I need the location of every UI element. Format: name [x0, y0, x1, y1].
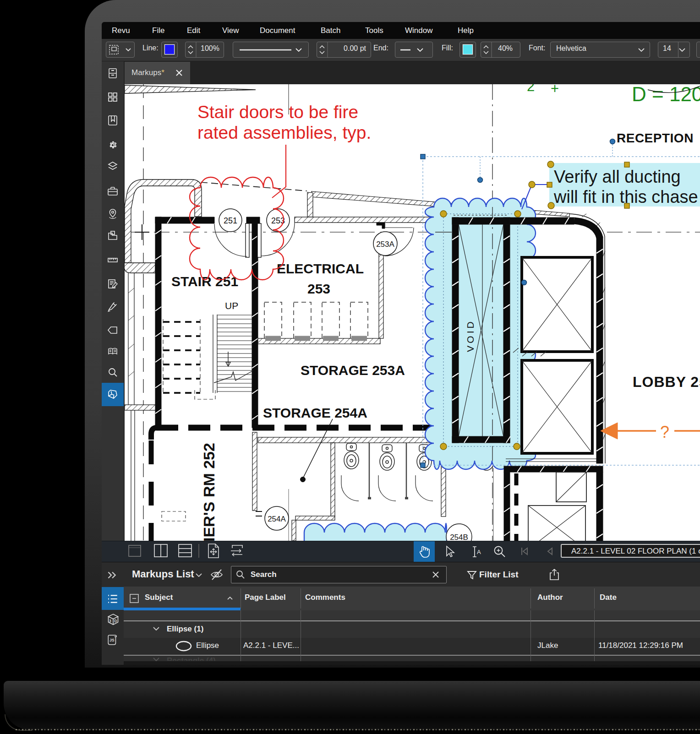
- svg-text:Verify all ducting: Verify all ducting: [554, 167, 681, 186]
- svg-text:A: A: [477, 549, 481, 555]
- svg-text:254A: 254A: [268, 515, 286, 523]
- svg-text:ELECTRICAL: ELECTRICAL: [277, 261, 364, 276]
- svg-text:rated assemblies, typ.: rated assemblies, typ.: [197, 123, 371, 142]
- svg-text:Stair doors to be fire: Stair doors to be fire: [197, 102, 358, 122]
- svg-text:LOBBY 256: LOBBY 256: [633, 374, 700, 390]
- svg-text:UP: UP: [225, 300, 238, 311]
- svg-text:251: 251: [224, 216, 237, 225]
- svg-text:VOID: VOID: [465, 319, 476, 352]
- svg-text:2: 2: [527, 84, 535, 94]
- svg-text:+: +: [551, 84, 559, 97]
- svg-text:RECEPTION: RECEPTION: [617, 131, 694, 145]
- svg-text:STORAGE 254A: STORAGE 254A: [263, 405, 367, 420]
- svg-text:254B: 254B: [450, 533, 468, 541]
- svg-text:D: D: [114, 619, 117, 623]
- svg-text:D = 120: D = 120: [632, 84, 700, 105]
- svg-text:3: 3: [109, 619, 111, 623]
- svg-text:JS: JS: [109, 638, 115, 642]
- svg-text:?: ?: [660, 423, 669, 441]
- svg-text:253A: 253A: [376, 240, 394, 249]
- svg-text:IER'S RM 252: IER'S RM 252: [200, 443, 218, 541]
- svg-text:253: 253: [307, 281, 330, 296]
- svg-text:STORAGE 253A: STORAGE 253A: [301, 363, 405, 378]
